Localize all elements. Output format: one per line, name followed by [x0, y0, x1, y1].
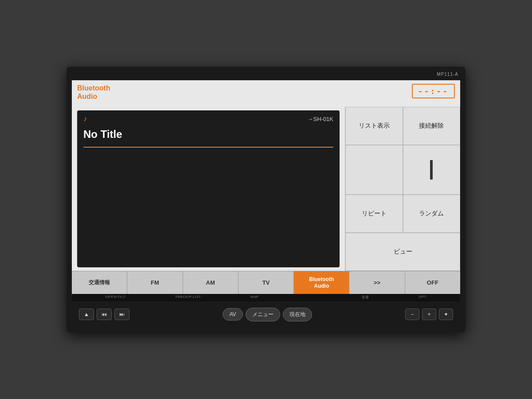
list-button[interactable]: リスト表示	[345, 107, 403, 145]
opt-button[interactable]: ✦	[439, 309, 453, 320]
pause-icon	[430, 160, 433, 180]
vol-plus-button[interactable]: +	[422, 309, 436, 320]
progress-bar	[83, 147, 333, 148]
model-number: MP111-A	[72, 72, 460, 77]
repeat-button[interactable]: リピート	[345, 195, 403, 233]
track-display: ♪ →SH-01K No Title	[77, 110, 340, 267]
screen-main: Bluetooth Audio --:-- ♪ →SH-01K	[72, 80, 460, 294]
left-panel: ♪ →SH-01K No Title	[72, 107, 345, 271]
source-tabs: 交通情報 FM AM TV BluetoothAudio >> OFF	[72, 271, 460, 294]
top-bar: Bluetooth Audio --:--	[72, 80, 460, 107]
random-button[interactable]: ランダム	[403, 195, 461, 233]
source-title: Bluetooth Audio	[77, 84, 110, 101]
disconnect-button[interactable]: 接続解除	[403, 107, 461, 145]
tab-fm[interactable]: FM	[127, 271, 183, 294]
right-panel: リスト表示 接続解除 リピート ランダム ビュー	[345, 107, 460, 271]
label-opt: OPT	[419, 295, 426, 300]
label-volume: 音量	[362, 295, 369, 300]
center-phys-group: AV メニュー 現在地	[223, 308, 312, 321]
tab-tv[interactable]: TV	[239, 271, 294, 294]
next-button[interactable]: ⏭	[114, 309, 129, 320]
tab-bluetooth-audio[interactable]: BluetoothAudio	[294, 271, 349, 294]
eject-button[interactable]: ▲	[79, 309, 94, 320]
screen-body: ♪ →SH-01K No Title リスト表示 接続解除	[72, 107, 460, 271]
tab-交通情報[interactable]: 交通情報	[72, 271, 127, 294]
prev-button[interactable]: ⏮	[97, 309, 112, 320]
tab-more[interactable]: >>	[349, 271, 405, 294]
av-button[interactable]: AV	[223, 308, 243, 321]
label-open-tilt: OPEN/TILT	[106, 295, 125, 300]
physical-controls: ▲ ⏮ ⏭ AV メニュー 現在地 − + ✦	[72, 301, 460, 327]
tab-off[interactable]: OFF	[405, 271, 460, 294]
track-title: No Title	[83, 128, 333, 141]
pause-button[interactable]	[403, 145, 461, 195]
home-button[interactable]: 現在地	[283, 308, 312, 321]
track-header: ♪ →SH-01K	[83, 115, 333, 123]
label-track-plist: TRACK/P.LIST	[175, 295, 201, 300]
button-label-row: OPEN/TILT TRACK/P.LIST MAP 音量 OPT	[72, 294, 460, 301]
view-button[interactable]: ビュー	[345, 233, 460, 271]
screen: Bluetooth Audio --:-- ♪ →SH-01K	[72, 80, 460, 327]
play-button[interactable]	[345, 145, 403, 195]
label-na	[308, 295, 312, 300]
right-phys-group: − + ✦	[405, 309, 453, 320]
tab-am[interactable]: AM	[183, 271, 239, 294]
connected-device: →SH-01K	[307, 116, 333, 122]
vol-minus-button[interactable]: −	[405, 309, 419, 320]
music-note-icon: ♪	[83, 115, 87, 123]
time-display: --:--	[412, 84, 455, 98]
car-stereo-unit: MP111-A Bluetooth Audio --:-- ♪	[66, 66, 466, 332]
menu-button[interactable]: メニュー	[246, 308, 280, 321]
label-map: MAP	[250, 295, 259, 300]
left-phys-group: ▲ ⏮ ⏭	[79, 309, 129, 320]
